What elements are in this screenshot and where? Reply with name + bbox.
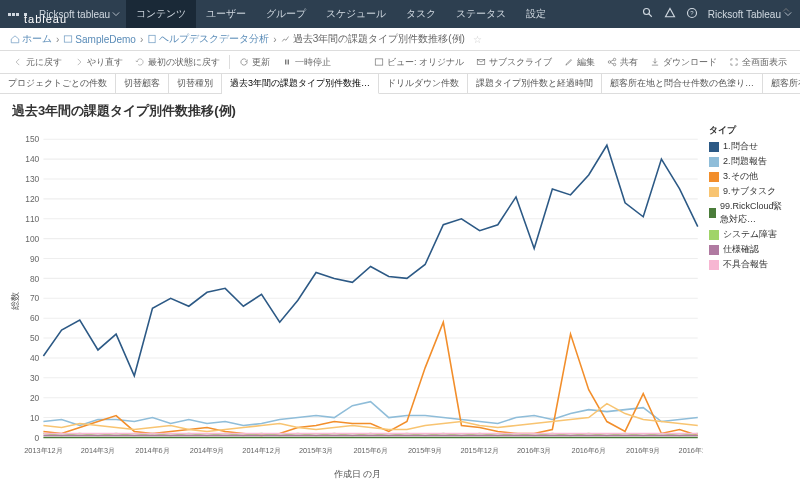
breadcrumb: ホーム › SampleDemo › ヘルプデスクデータ分析 › 過去3年間の課… [0,28,800,50]
svg-text:90: 90 [30,254,40,264]
search-icon[interactable] [642,7,654,21]
chevron-down-icon [112,10,120,18]
svg-rect-5 [285,60,286,65]
legend-item-7[interactable]: 不具合報告 [709,258,788,271]
alerts-icon[interactable] [664,7,676,21]
svg-point-10 [613,58,616,61]
svg-text:110: 110 [25,214,39,224]
back-button[interactable]: 元に戻す [8,54,67,71]
svg-text:150: 150 [25,134,39,144]
svg-text:?: ? [690,10,694,16]
svg-text:2015年6月: 2015年6月 [353,446,387,455]
tab-1[interactable]: 切替顧客 [116,74,169,93]
breadcrumb-workbook[interactable]: ヘルプデスクデータ分析 [147,32,269,46]
svg-text:2015年9月: 2015年9月 [408,446,442,455]
svg-text:100: 100 [25,234,39,244]
pause-button[interactable]: 一時停止 [277,54,336,71]
svg-text:2013年12月: 2013年12月 [24,446,62,455]
nav-item-0[interactable]: コンテンツ [126,0,196,28]
svg-text:2016年6月: 2016年6月 [572,446,606,455]
svg-text:60: 60 [30,313,40,323]
svg-text:70: 70 [30,293,40,303]
nav-item-3[interactable]: スケジュール [316,0,396,28]
share-button[interactable]: 共有 [602,54,643,71]
svg-text:2015年12月: 2015年12月 [460,446,498,455]
svg-text:2015年3月: 2015年3月 [299,446,333,455]
svg-point-9 [608,61,611,64]
tab-2[interactable]: 切替種別 [169,74,222,93]
top-nav: tableau Ricksoft tableau コンテンツユーザーグループスケ… [0,0,800,28]
toolbar: 元に戻す やり直す 最初の状態に戻す 更新 一時停止 ビュー: オリジナル サブ… [0,50,800,74]
breadcrumb-project[interactable]: SampleDemo [63,34,136,45]
svg-text:2016年9月: 2016年9月 [626,446,660,455]
legend-item-5[interactable]: システム障害 [709,228,788,241]
nav-item-5[interactable]: ステータス [446,0,516,28]
svg-text:40: 40 [30,353,40,363]
svg-rect-4 [149,35,155,43]
tab-4[interactable]: ドリルダウン件数 [379,74,468,93]
tab-5[interactable]: 課題タイプ別件数と経過時間 [468,74,602,93]
svg-rect-7 [375,59,383,65]
help-icon[interactable]: ? [686,7,698,21]
svg-point-11 [613,63,616,66]
legend-item-6[interactable]: 仕様確認 [709,243,788,256]
svg-text:2016年12月: 2016年12月 [679,446,703,455]
star-icon[interactable]: ☆ [473,34,482,45]
svg-text:20: 20 [30,393,40,403]
view-button[interactable]: ビュー: オリジナル [369,54,469,71]
site-selector[interactable]: Ricksoft tableau [39,9,120,20]
subscribe-button[interactable]: サブスクライブ [471,54,557,71]
nav-item-4[interactable]: タスク [396,0,446,28]
svg-text:2014年6月: 2014年6月 [135,446,169,455]
svg-text:30: 30 [30,373,40,383]
nav-item-1[interactable]: ユーザー [196,0,256,28]
tab-7[interactable]: 顧客所在地と問合せ件数の面積図 [763,74,800,93]
svg-text:140: 140 [25,154,39,164]
nav-item-2[interactable]: グループ [256,0,316,28]
legend: タイプ 1.問合せ2.問題報告3.その他9.サブタスク99.RickCloud緊… [703,124,788,464]
expand-icon[interactable] [780,4,792,18]
refresh-button[interactable]: 更新 [234,54,275,71]
tab-6[interactable]: 顧客所在地と問合せ件数の色塗り… [602,74,763,93]
svg-rect-6 [288,60,289,65]
breadcrumb-view[interactable]: 過去3年間の課題タイプ別件数推移(例) [281,32,465,46]
view-tabs: プロジェクトごとの件数切替顧客切替種別過去3年間の課題タイプ別件数推…ドリルダウ… [0,74,800,94]
svg-point-0 [643,9,649,15]
tab-0[interactable]: プロジェクトごとの件数 [0,74,116,93]
redo-button[interactable]: やり直す [69,54,128,71]
svg-text:130: 130 [25,174,39,184]
svg-text:2014年3月: 2014年3月 [81,446,115,455]
chart-area: 過去3年間の課題タイプ別件数推移(例) 総数 01020304050607080… [0,94,800,474]
svg-text:80: 80 [30,274,40,284]
svg-text:2014年12月: 2014年12月 [242,446,280,455]
tab-3[interactable]: 過去3年間の課題タイプ別件数推… [222,74,379,94]
breadcrumb-home[interactable]: ホーム [10,32,52,46]
nav-item-6[interactable]: 設定 [516,0,556,28]
chart-title: 過去3年間の課題タイプ別件数推移(例) [12,102,788,120]
download-button[interactable]: ダウンロード [645,54,722,71]
tableau-logo[interactable]: tableau [8,13,27,16]
legend-item-0[interactable]: 1.問合せ [709,140,788,153]
svg-text:2014年9月: 2014年9月 [190,446,224,455]
chart-plot[interactable]: 総数 0102030405060708090100110120130140150… [12,124,703,464]
svg-text:50: 50 [30,333,40,343]
svg-text:0: 0 [35,433,40,443]
revert-button[interactable]: 最初の状態に戻す [130,54,225,71]
svg-text:10: 10 [30,413,40,423]
svg-rect-3 [65,36,73,42]
legend-item-2[interactable]: 3.その他 [709,170,788,183]
legend-item-3[interactable]: 9.サブタスク [709,185,788,198]
svg-text:120: 120 [25,194,39,204]
svg-text:2016年3月: 2016年3月 [517,446,551,455]
legend-item-1[interactable]: 2.問題報告 [709,155,788,168]
legend-item-4[interactable]: 99.RickCloud緊急対応… [709,200,788,226]
fullscreen-button[interactable]: 全画面表示 [724,54,792,71]
edit-button[interactable]: 編集 [559,54,600,71]
